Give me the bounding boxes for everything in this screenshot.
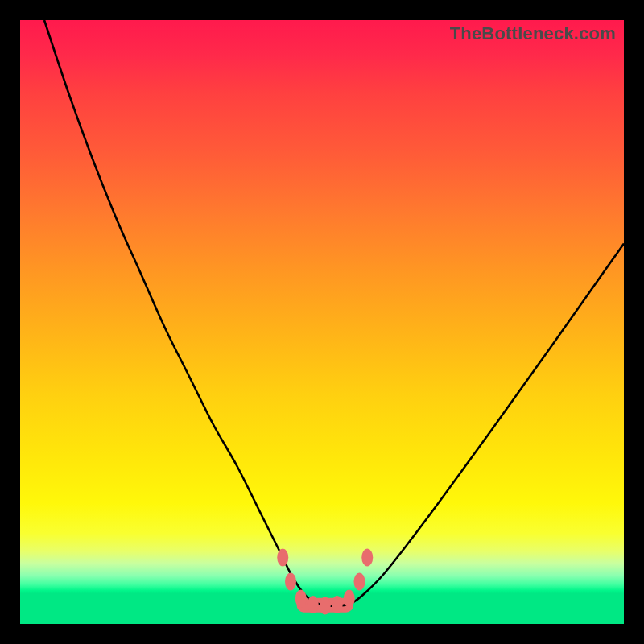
curve-marker xyxy=(354,573,365,591)
curve-marker xyxy=(285,573,296,591)
curve-layer xyxy=(20,20,624,624)
curve-marker xyxy=(295,590,307,608)
curve-marker xyxy=(344,590,355,608)
plot-area: TheBottleneck.com xyxy=(20,20,624,624)
curve-marker xyxy=(308,596,319,613)
curve-marker xyxy=(320,597,331,615)
curve-marker xyxy=(332,596,343,613)
bottleneck-curve xyxy=(44,20,624,606)
curve-marker xyxy=(277,549,288,567)
curve-marker xyxy=(361,549,373,567)
chart-frame: TheBottleneck.com xyxy=(0,0,644,644)
curve-markers xyxy=(277,549,373,615)
